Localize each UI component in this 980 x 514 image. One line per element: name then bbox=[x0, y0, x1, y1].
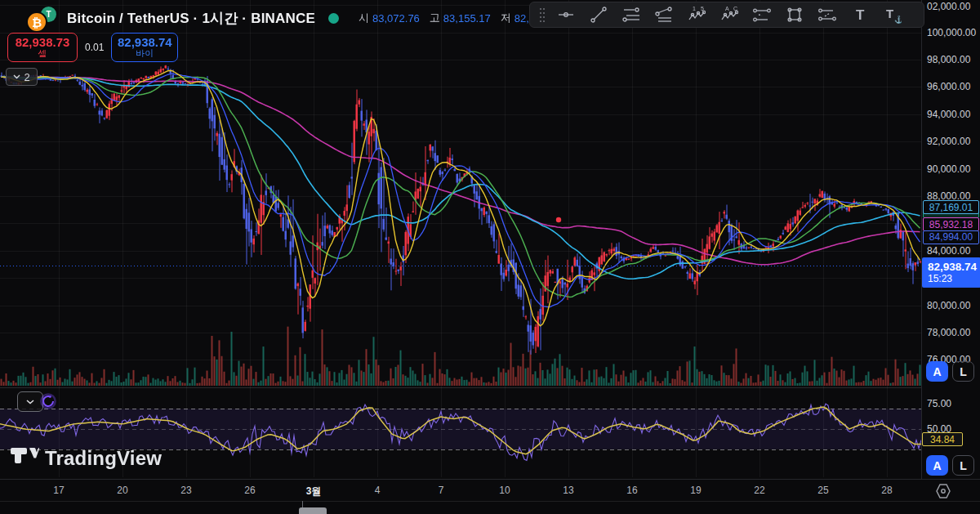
time-tick: 25 bbox=[817, 485, 828, 496]
collapse-indicators-button[interactable]: 2 bbox=[6, 68, 38, 86]
chevron-down-icon bbox=[26, 400, 34, 404]
time-axis[interactable]: 172023263월4710131619222528 bbox=[0, 479, 980, 502]
price-tick: 90,000.00 bbox=[927, 163, 970, 175]
chart-plot-area[interactable] bbox=[0, 0, 921, 479]
parallel-lines-tool-icon[interactable] bbox=[649, 3, 679, 26]
trend-line-tool-icon[interactable] bbox=[584, 3, 613, 26]
time-tick: 28 bbox=[881, 485, 892, 496]
price-tick: 80,000.00 bbox=[927, 300, 970, 311]
chart-header: T ₿ Bitcoin / TetherUS · 1시간 · BINANCE 시… bbox=[23, 5, 591, 31]
indicator-refresh-icon[interactable] bbox=[40, 393, 56, 409]
toolbar-drag-handle-icon[interactable] bbox=[537, 3, 548, 26]
time-tick: 16 bbox=[626, 485, 637, 496]
open-value: 83,072.76 bbox=[372, 12, 420, 25]
current-price-value: 82,938.74 bbox=[928, 261, 980, 273]
price-axis[interactable]: 82,938.74 15:23 02,000.00100,000.0098,00… bbox=[921, 0, 980, 479]
time-tick: 19 bbox=[690, 485, 701, 496]
open-label: 시 bbox=[359, 11, 369, 25]
log-scale-button[interactable]: L bbox=[952, 455, 974, 476]
sell-label: 셀 bbox=[38, 49, 47, 59]
scale-mode-toggle-main: A L bbox=[926, 361, 974, 382]
price-tick: 100,000.00 bbox=[927, 27, 976, 38]
collapsed-indicator-count: 2 bbox=[24, 71, 29, 83]
rsi-tick: 75.00 bbox=[927, 398, 951, 409]
scale-mode-toggle-rsi: A L bbox=[926, 455, 974, 476]
tradingview-logo[interactable]: TradingView bbox=[10, 447, 162, 470]
disjoint-channel-tool-icon[interactable] bbox=[747, 3, 777, 26]
sell-price: 82,938.73 bbox=[16, 36, 70, 49]
symbol-logo: T ₿ bbox=[23, 5, 59, 31]
price-tick: 98,000.00 bbox=[927, 54, 970, 65]
horizontal-line-tool-icon[interactable] bbox=[551, 3, 581, 26]
trade-panel: 82,938.73 셀 0.01 82,938.74 바이 bbox=[7, 33, 178, 62]
auto-scale-button[interactable]: A bbox=[926, 361, 948, 382]
horizontal-rays-tool-icon[interactable] bbox=[617, 3, 646, 26]
buy-price: 82,938.74 bbox=[118, 36, 172, 49]
market-status-dot-icon bbox=[328, 13, 339, 24]
time-tick: 4 bbox=[375, 485, 381, 496]
time-tick: 20 bbox=[117, 485, 127, 496]
price-tick: 92,000.00 bbox=[927, 136, 970, 147]
price-tick: 84,000.00 bbox=[927, 245, 970, 257]
symbol-title[interactable]: Bitcoin / TetherUS · 1시간 · BINANCE bbox=[67, 9, 315, 28]
bitcoin-coin-icon: ₿ bbox=[26, 11, 47, 33]
time-tick: 17 bbox=[53, 485, 64, 496]
svg-text:T: T bbox=[856, 7, 865, 23]
text-tool-icon[interactable]: T bbox=[845, 3, 875, 26]
drawing-toolbar: 15ACTT⚓ bbox=[529, 2, 924, 28]
bottom-strip bbox=[0, 501, 980, 514]
tradingview-mark-icon bbox=[10, 447, 39, 470]
abcd-pattern-tool-icon[interactable]: AC bbox=[715, 3, 744, 26]
tradingview-chart-window: T ₿ Bitcoin / TetherUS · 1시간 · BINANCE 시… bbox=[0, 0, 980, 514]
hexagon-settings-icon[interactable] bbox=[933, 482, 953, 500]
svg-text:T: T bbox=[886, 7, 893, 20]
spread-value: 0.01 bbox=[85, 42, 104, 53]
tradingview-logo-text: TradingView bbox=[45, 447, 162, 470]
current-price-label: 82,938.74 15:23 bbox=[922, 257, 980, 288]
time-tick: 7 bbox=[439, 485, 444, 496]
ma-price-label: 85,932.18 bbox=[923, 217, 979, 231]
svg-text:⚓: ⚓ bbox=[894, 15, 902, 24]
sell-button[interactable]: 82,938.73 셀 bbox=[7, 33, 78, 62]
time-tick: 10 bbox=[499, 485, 510, 496]
high-value: 83,155.17 bbox=[443, 12, 491, 25]
anchored-text-tool-icon[interactable]: T⚓ bbox=[878, 3, 907, 26]
rectangle-tool-icon[interactable] bbox=[780, 3, 809, 26]
time-tick: 3월 bbox=[306, 485, 322, 498]
ma-price-label: 84,994.00 bbox=[923, 230, 979, 244]
price-tick: 96,000.00 bbox=[927, 81, 970, 92]
svg-text:1: 1 bbox=[693, 6, 696, 11]
ma-price-label: 87,169.01 bbox=[923, 200, 979, 214]
price-tick: 78,000.00 bbox=[927, 327, 970, 338]
svg-text:A: A bbox=[725, 6, 729, 11]
elliott-wave-tool-icon[interactable]: 15 bbox=[682, 3, 711, 26]
high-label: 고 bbox=[430, 11, 440, 25]
auto-scale-button[interactable]: A bbox=[926, 455, 948, 476]
buy-label: 바이 bbox=[136, 49, 154, 59]
chevron-down-icon bbox=[13, 74, 20, 79]
time-tick: 23 bbox=[180, 485, 191, 496]
low-label: 저 bbox=[501, 11, 511, 25]
time-tick: 26 bbox=[244, 485, 255, 496]
bar-countdown: 15:23 bbox=[928, 273, 980, 284]
partial-cutoff-element bbox=[299, 507, 327, 514]
flat-channel-tool-icon[interactable] bbox=[813, 3, 842, 26]
buy-button[interactable]: 82,938.74 바이 bbox=[111, 33, 178, 62]
rsi-ma-value-label: 34.84 bbox=[922, 432, 963, 446]
price-tick: 02,000.00 bbox=[927, 1, 970, 12]
log-scale-button[interactable]: L bbox=[952, 361, 974, 382]
time-tick: 22 bbox=[754, 485, 764, 496]
price-tick: 94,000.00 bbox=[927, 109, 970, 120]
partial-tick-mark bbox=[302, 501, 303, 507]
time-tick: 13 bbox=[563, 485, 573, 496]
